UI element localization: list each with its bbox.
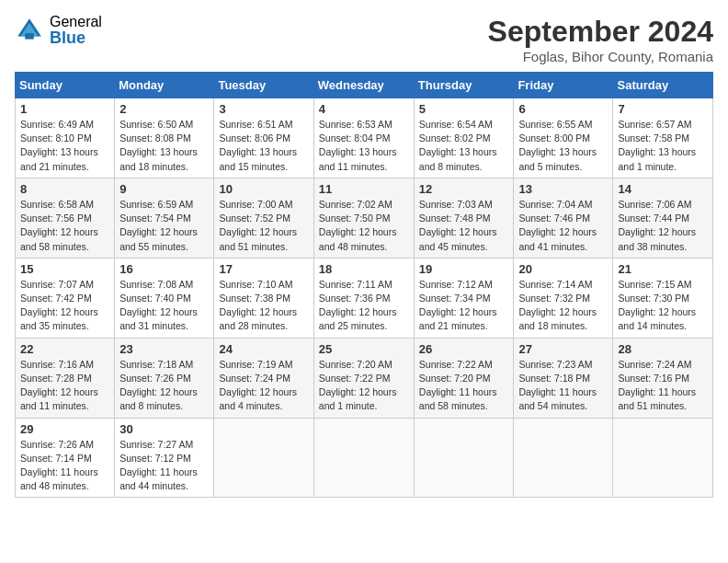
day-number: 19 (419, 262, 509, 276)
day-detail: Sunrise: 7:27 AM Sunset: 7:12 PM Dayligh… (119, 438, 209, 494)
logo-general: General (50, 15, 102, 29)
day-number: 22 (20, 342, 109, 356)
calendar-cell (613, 418, 713, 498)
calendar-cell: 6Sunrise: 6:55 AM Sunset: 8:00 PM Daylig… (514, 98, 613, 178)
header-row: SundayMondayTuesdayWednesdayThursdayFrid… (16, 73, 713, 98)
day-number: 5 (419, 102, 509, 116)
logo-icon (15, 16, 44, 45)
day-number: 17 (219, 262, 308, 276)
column-header-friday: Friday (514, 73, 613, 98)
day-number: 30 (119, 422, 209, 436)
day-detail: Sunrise: 7:02 AM Sunset: 7:50 PM Dayligh… (319, 198, 409, 254)
day-detail: Sunrise: 7:10 AM Sunset: 7:38 PM Dayligh… (219, 278, 308, 334)
day-detail: Sunrise: 6:49 AM Sunset: 8:10 PM Dayligh… (20, 118, 109, 174)
column-header-sunday: Sunday (16, 73, 115, 98)
calendar-cell: 21Sunrise: 7:15 AM Sunset: 7:30 PM Dayli… (613, 258, 713, 338)
calendar-cell: 18Sunrise: 7:11 AM Sunset: 7:36 PM Dayli… (313, 258, 414, 338)
day-detail: Sunrise: 6:59 AM Sunset: 7:54 PM Dayligh… (119, 198, 209, 254)
day-detail: Sunrise: 7:26 AM Sunset: 7:14 PM Dayligh… (20, 438, 109, 494)
day-number: 10 (219, 182, 308, 196)
calendar-cell: 17Sunrise: 7:10 AM Sunset: 7:38 PM Dayli… (214, 258, 313, 338)
day-number: 2 (119, 102, 209, 116)
calendar-cell: 3Sunrise: 6:51 AM Sunset: 8:06 PM Daylig… (214, 98, 313, 178)
calendar-cell: 9Sunrise: 6:59 AM Sunset: 7:54 PM Daylig… (115, 178, 214, 258)
column-header-tuesday: Tuesday (214, 73, 313, 98)
logo-text: General Blue (50, 15, 102, 46)
day-detail: Sunrise: 7:11 AM Sunset: 7:36 PM Dayligh… (319, 278, 409, 334)
page-header: General Blue September 2024 Foglas, Biho… (15, 15, 713, 64)
day-detail: Sunrise: 6:57 AM Sunset: 7:58 PM Dayligh… (618, 118, 708, 174)
day-number: 21 (618, 262, 708, 276)
calendar-cell (414, 418, 514, 498)
calendar-header: SundayMondayTuesdayWednesdayThursdayFrid… (16, 73, 713, 98)
calendar-cell: 27Sunrise: 7:23 AM Sunset: 7:18 PM Dayli… (514, 338, 613, 418)
day-detail: Sunrise: 7:15 AM Sunset: 7:30 PM Dayligh… (618, 278, 708, 334)
calendar-cell: 4Sunrise: 6:53 AM Sunset: 8:04 PM Daylig… (313, 98, 414, 178)
calendar-body: 1Sunrise: 6:49 AM Sunset: 8:10 PM Daylig… (16, 98, 713, 498)
calendar-cell: 15Sunrise: 7:07 AM Sunset: 7:42 PM Dayli… (16, 258, 115, 338)
day-detail: Sunrise: 7:04 AM Sunset: 7:46 PM Dayligh… (518, 198, 608, 254)
month-title: September 2024 (488, 15, 713, 49)
day-detail: Sunrise: 7:12 AM Sunset: 7:34 PM Dayligh… (419, 278, 509, 334)
day-detail: Sunrise: 7:00 AM Sunset: 7:52 PM Dayligh… (219, 198, 308, 254)
day-detail: Sunrise: 7:06 AM Sunset: 7:44 PM Dayligh… (618, 198, 708, 254)
calendar-cell: 22Sunrise: 7:16 AM Sunset: 7:28 PM Dayli… (16, 338, 115, 418)
day-number: 3 (219, 102, 308, 116)
day-detail: Sunrise: 7:16 AM Sunset: 7:28 PM Dayligh… (20, 358, 109, 414)
calendar-cell: 1Sunrise: 6:49 AM Sunset: 8:10 PM Daylig… (16, 98, 115, 178)
calendar-cell (514, 418, 613, 498)
day-detail: Sunrise: 7:23 AM Sunset: 7:18 PM Dayligh… (518, 358, 608, 414)
calendar-cell: 23Sunrise: 7:18 AM Sunset: 7:26 PM Dayli… (115, 338, 214, 418)
calendar-cell: 25Sunrise: 7:20 AM Sunset: 7:22 PM Dayli… (313, 338, 414, 418)
day-number: 24 (219, 342, 308, 356)
day-detail: Sunrise: 7:18 AM Sunset: 7:26 PM Dayligh… (119, 358, 209, 414)
day-detail: Sunrise: 7:07 AM Sunset: 7:42 PM Dayligh… (20, 278, 109, 334)
day-number: 7 (618, 102, 708, 116)
calendar-cell: 2Sunrise: 6:50 AM Sunset: 8:08 PM Daylig… (115, 98, 214, 178)
day-number: 6 (518, 102, 608, 116)
column-header-thursday: Thursday (414, 73, 514, 98)
calendar-cell: 28Sunrise: 7:24 AM Sunset: 7:16 PM Dayli… (613, 338, 713, 418)
day-detail: Sunrise: 7:24 AM Sunset: 7:16 PM Dayligh… (618, 358, 708, 414)
column-header-wednesday: Wednesday (313, 73, 414, 98)
calendar-cell (214, 418, 313, 498)
calendar-cell: 29Sunrise: 7:26 AM Sunset: 7:14 PM Dayli… (16, 418, 115, 498)
calendar-week-1: 1Sunrise: 6:49 AM Sunset: 8:10 PM Daylig… (16, 98, 713, 178)
day-detail: Sunrise: 6:54 AM Sunset: 8:02 PM Dayligh… (419, 118, 509, 174)
day-number: 12 (419, 182, 509, 196)
location: Foglas, Bihor County, Romania (488, 49, 713, 64)
svg-rect-2 (25, 33, 34, 39)
day-detail: Sunrise: 7:20 AM Sunset: 7:22 PM Dayligh… (319, 358, 409, 414)
calendar-cell: 7Sunrise: 6:57 AM Sunset: 7:58 PM Daylig… (613, 98, 713, 178)
day-detail: Sunrise: 7:08 AM Sunset: 7:40 PM Dayligh… (119, 278, 209, 334)
day-number: 16 (119, 262, 209, 276)
calendar-cell: 13Sunrise: 7:04 AM Sunset: 7:46 PM Dayli… (514, 178, 613, 258)
calendar-cell: 14Sunrise: 7:06 AM Sunset: 7:44 PM Dayli… (613, 178, 713, 258)
day-detail: Sunrise: 7:14 AM Sunset: 7:32 PM Dayligh… (518, 278, 608, 334)
calendar-week-4: 22Sunrise: 7:16 AM Sunset: 7:28 PM Dayli… (16, 338, 713, 418)
calendar-cell: 12Sunrise: 7:03 AM Sunset: 7:48 PM Dayli… (414, 178, 514, 258)
day-detail: Sunrise: 6:50 AM Sunset: 8:08 PM Dayligh… (119, 118, 209, 174)
calendar-cell: 20Sunrise: 7:14 AM Sunset: 7:32 PM Dayli… (514, 258, 613, 338)
day-number: 14 (618, 182, 708, 196)
calendar-cell: 5Sunrise: 6:54 AM Sunset: 8:02 PM Daylig… (414, 98, 514, 178)
day-number: 20 (518, 262, 608, 276)
calendar-cell: 19Sunrise: 7:12 AM Sunset: 7:34 PM Dayli… (414, 258, 514, 338)
day-number: 1 (20, 102, 109, 116)
day-number: 13 (518, 182, 608, 196)
calendar-cell: 16Sunrise: 7:08 AM Sunset: 7:40 PM Dayli… (115, 258, 214, 338)
calendar-cell (313, 418, 414, 498)
title-section: September 2024 Foglas, Bihor County, Rom… (488, 15, 713, 64)
logo-blue: Blue (50, 29, 102, 46)
logo: General Blue (15, 15, 102, 46)
day-detail: Sunrise: 6:58 AM Sunset: 7:56 PM Dayligh… (20, 198, 109, 254)
day-detail: Sunrise: 7:03 AM Sunset: 7:48 PM Dayligh… (419, 198, 509, 254)
day-number: 26 (419, 342, 509, 356)
day-detail: Sunrise: 7:22 AM Sunset: 7:20 PM Dayligh… (419, 358, 509, 414)
calendar-cell: 26Sunrise: 7:22 AM Sunset: 7:20 PM Dayli… (414, 338, 514, 418)
column-header-saturday: Saturday (613, 73, 713, 98)
day-detail: Sunrise: 6:51 AM Sunset: 8:06 PM Dayligh… (219, 118, 308, 174)
day-number: 9 (119, 182, 209, 196)
day-number: 25 (319, 342, 409, 356)
day-number: 28 (618, 342, 708, 356)
